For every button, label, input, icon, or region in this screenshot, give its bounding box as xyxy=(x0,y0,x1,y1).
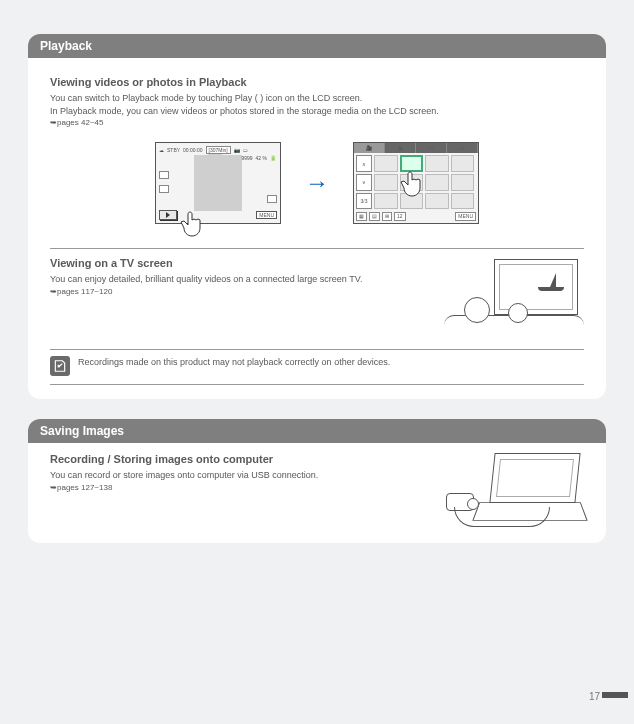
tv-ref: ➥pages 117~120 xyxy=(50,286,428,297)
tab-hd[interactable]: ▣ xyxy=(385,143,416,153)
page-up-button[interactable]: ∧ xyxy=(356,155,372,172)
saving-ref: ➥pages 127~138 xyxy=(50,482,430,493)
tab-other[interactable]: ▭ xyxy=(447,143,478,153)
hand-pointer-icon xyxy=(178,210,208,239)
view-mode-3[interactable]: ⊞ xyxy=(382,212,392,221)
view-mode-1[interactable]: ▦ xyxy=(356,212,367,221)
viewing-subsection: Viewing videos or photos in Playback You… xyxy=(50,68,584,248)
lcd-time: 00:00:00 xyxy=(183,147,202,153)
page-corner-decoration xyxy=(602,692,628,698)
tab-photo[interactable]: ▭ xyxy=(416,143,447,153)
note-text: Recordings made on this product may not … xyxy=(78,356,390,369)
saving-header-text: Saving Images xyxy=(40,424,124,438)
playback-card: Playback Viewing videos or photos in Pla… xyxy=(28,34,606,399)
arrow-icon: → xyxy=(305,169,329,197)
tab-video[interactable]: 🎥 xyxy=(354,143,385,153)
lcd-shooting-screen: ☁ STBY 00:00:00 [307Min] 📷▭ 9999 42 % 🔋 xyxy=(155,142,281,224)
menu-button-2[interactable]: MENU xyxy=(455,212,476,221)
pager-label: 3/3 xyxy=(356,193,372,210)
thumb-count: 12 xyxy=(394,212,406,221)
hand-pointer-icon-2 xyxy=(398,170,428,199)
lcd-counter: 9999 xyxy=(241,155,252,161)
tv-illustration xyxy=(444,257,584,335)
saving-card: Saving Images Recording / Storing images… xyxy=(28,419,606,543)
viewing-body2: In Playback mode, you can view videos or… xyxy=(50,105,584,118)
lcd-battery: 42 % xyxy=(256,155,267,161)
view-mode-2[interactable]: ▤ xyxy=(369,212,380,221)
lcd-mode: STBY xyxy=(167,147,180,153)
lcd-remain: [307Min] xyxy=(206,146,231,154)
playback-header: Playback xyxy=(28,34,606,58)
note-section: Recordings made on this product may not … xyxy=(50,349,584,385)
figure-row: ☁ STBY 00:00:00 [307Min] 📷▭ 9999 42 % 🔋 xyxy=(50,142,584,224)
saving-body: You can record or store images onto comp… xyxy=(50,469,430,482)
tv-subsection: Viewing on a TV screen You can enjoy det… xyxy=(50,248,584,349)
viewing-body1: You can switch to Playback mode by touch… xyxy=(50,92,584,105)
playback-header-text: Playback xyxy=(40,39,92,53)
play-mode-button[interactable] xyxy=(159,210,177,220)
tv-title: Viewing on a TV screen xyxy=(50,257,428,269)
saving-title: Recording / Storing images onto computer xyxy=(50,453,430,465)
page-down-button[interactable]: ∨ xyxy=(356,174,372,191)
menu-button-1[interactable]: MENU xyxy=(256,211,277,219)
laptop-illustration xyxy=(444,453,584,529)
note-icon xyxy=(50,356,70,376)
page-number: 17 xyxy=(589,691,600,702)
viewing-title: Viewing videos or photos in Playback xyxy=(50,76,584,88)
viewing-ref: ➥pages 42~45 xyxy=(50,117,584,128)
saving-header: Saving Images xyxy=(28,419,606,443)
lcd-thumbnail-screen: 🎥 ▣ ▭ ▭ ∧ ∨ 3/3 xyxy=(353,142,479,224)
tv-body: You can enjoy detailed, brilliant qualit… xyxy=(50,273,428,286)
